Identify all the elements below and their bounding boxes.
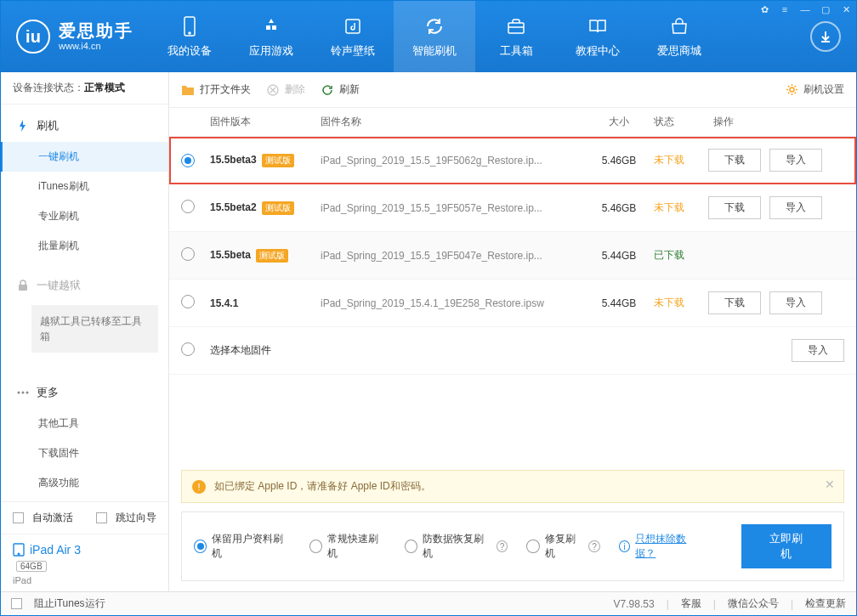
maximize-icon[interactable]: ▢ bbox=[815, 1, 836, 18]
radio-icon[interactable] bbox=[181, 342, 195, 356]
firmware-row[interactable]: 15.4.1iPad_Spring_2019_15.4.1_19E258_Res… bbox=[169, 280, 856, 327]
close-icon[interactable]: ✕ bbox=[836, 1, 856, 18]
svg-point-5 bbox=[18, 392, 20, 394]
more-icon bbox=[16, 386, 30, 399]
sidebar-head-label: 更多 bbox=[37, 385, 59, 400]
checkbox-icon[interactable] bbox=[11, 598, 22, 609]
import-button[interactable]: 导入 bbox=[769, 196, 822, 219]
opt-anti-loss[interactable]: 防数据恢复刷机? bbox=[405, 532, 508, 561]
settings-icon[interactable]: ✿ bbox=[754, 1, 775, 18]
table-header: 固件版本 固件名称 大小 状态 操作 bbox=[169, 108, 856, 137]
firmware-row[interactable]: 选择本地固件导入 bbox=[169, 327, 856, 375]
open-folder-button[interactable]: 打开文件夹 bbox=[181, 82, 251, 97]
firmware-row[interactable]: 15.5beta3测试版iPad_Spring_2019_15.5_19F506… bbox=[169, 137, 856, 184]
auto-activate-row[interactable]: 自动激活 跳过向导 bbox=[1, 502, 168, 534]
statusbar: 阻止iTunes运行 V7.98.53 | 客服 | 微信公众号 | 检查更新 bbox=[1, 591, 856, 615]
info-icon[interactable]: i bbox=[619, 540, 631, 552]
refresh-icon bbox=[321, 83, 334, 97]
button-label: 删除 bbox=[285, 82, 305, 97]
support-link[interactable]: 客服 bbox=[681, 596, 701, 611]
start-flash-button[interactable]: 立即刷机 bbox=[741, 524, 831, 568]
opt-repair[interactable]: 修复刷机? bbox=[526, 532, 600, 561]
svg-point-6 bbox=[22, 392, 25, 394]
radio-icon[interactable] bbox=[181, 247, 195, 261]
radio-icon[interactable] bbox=[405, 540, 417, 553]
radio-icon[interactable] bbox=[526, 540, 539, 553]
warning-text: 如已绑定 Apple ID，请准备好 Apple ID和密码。 bbox=[214, 479, 431, 494]
firmware-version: 15.5beta bbox=[210, 249, 251, 261]
tab-ringtones[interactable]: 铃声壁纸 bbox=[312, 1, 394, 72]
tab-label: 智能刷机 bbox=[412, 43, 457, 59]
radio-icon[interactable] bbox=[181, 295, 195, 308]
button-label: 刷新 bbox=[339, 82, 360, 97]
erase-data-link[interactable]: 只想抹除数据？ bbox=[635, 532, 704, 561]
sidebar-head-label: 一键越狱 bbox=[37, 278, 81, 293]
flash-icon bbox=[16, 119, 30, 133]
tab-store[interactable]: 爱思商城 bbox=[638, 1, 720, 72]
delete-button: 删除 bbox=[266, 82, 305, 97]
radio-icon[interactable] bbox=[194, 540, 207, 553]
svg-rect-3 bbox=[508, 23, 524, 33]
sidebar-item-pro-flash[interactable]: 专业刷机 bbox=[1, 201, 168, 231]
nav-tabs: 我的设备 应用游戏 铃声壁纸 智能刷机 工具箱 教程中心 爱思商城 bbox=[149, 1, 803, 72]
refresh-button[interactable]: 刷新 bbox=[321, 82, 360, 97]
sidebar-item-oneclick-flash[interactable]: 一键刷机 bbox=[1, 142, 168, 172]
help-icon[interactable]: ? bbox=[588, 540, 599, 552]
device-block[interactable]: iPad Air 3 64GB iPad bbox=[1, 534, 168, 594]
radio-icon[interactable] bbox=[181, 200, 195, 213]
radio-icon[interactable] bbox=[181, 154, 195, 167]
download-button[interactable]: 下载 bbox=[708, 196, 761, 219]
version-label: V7.98.53 bbox=[614, 598, 655, 610]
checkbox-icon[interactable] bbox=[96, 512, 107, 523]
sidebar: 设备连接状态：正常模式 刷机 一键刷机 iTunes刷机 专业刷机 批量刷机 一… bbox=[1, 72, 169, 591]
tab-my-device[interactable]: 我的设备 bbox=[149, 1, 230, 72]
status-value: 正常模式 bbox=[84, 82, 125, 93]
firmware-version: 15.5beta3 bbox=[210, 154, 257, 166]
sidebar-item-other-tools[interactable]: 其他工具 bbox=[1, 409, 168, 438]
menu-icon[interactable]: ≡ bbox=[775, 1, 795, 18]
sidebar-item-batch-flash[interactable]: 批量刷机 bbox=[1, 231, 168, 261]
beta-tag: 测试版 bbox=[262, 154, 294, 167]
firmware-row[interactable]: 15.5beta测试版iPad_Spring_2019_15.5_19F5047… bbox=[169, 232, 856, 280]
sidebar-footer: 自动激活 跳过向导 iPad Air 3 64GB iPad bbox=[1, 501, 168, 594]
wechat-link[interactable]: 微信公众号 bbox=[728, 596, 779, 611]
checkbox-icon[interactable] bbox=[13, 512, 24, 523]
close-warning-icon[interactable]: ✕ bbox=[825, 478, 835, 491]
minimize-icon[interactable]: — bbox=[795, 1, 815, 18]
firmware-size: 5.46GB bbox=[589, 202, 649, 214]
sidebar-head-more[interactable]: 更多 bbox=[1, 376, 168, 409]
tab-toolbox[interactable]: 工具箱 bbox=[475, 1, 557, 72]
import-button[interactable]: 导入 bbox=[792, 339, 844, 362]
import-button[interactable]: 导入 bbox=[769, 149, 822, 172]
book-icon bbox=[586, 14, 610, 38]
download-button[interactable]: 下载 bbox=[708, 291, 761, 314]
sidebar-item-advanced[interactable]: 高级功能 bbox=[1, 468, 168, 498]
firmware-status: 未下载 bbox=[649, 153, 708, 167]
info-icon-wrap: i只想抹除数据？ bbox=[619, 532, 704, 561]
tablet-icon bbox=[13, 543, 25, 557]
block-itunes-label[interactable]: 阻止iTunes运行 bbox=[34, 596, 105, 611]
sidebar-head-label: 刷机 bbox=[37, 118, 59, 133]
firmware-row[interactable]: 15.5beta2测试版iPad_Spring_2019_15.5_19F505… bbox=[169, 184, 856, 232]
radio-icon[interactable] bbox=[309, 540, 322, 553]
tab-label: 工具箱 bbox=[500, 43, 533, 59]
col-action: 操作 bbox=[708, 115, 844, 129]
opt-normal-fast[interactable]: 常规快速刷机 bbox=[309, 532, 386, 561]
opt-label: 常规快速刷机 bbox=[327, 532, 386, 561]
check-update-link[interactable]: 检查更新 bbox=[805, 596, 846, 611]
download-manager-icon[interactable] bbox=[810, 21, 841, 52]
sidebar-item-download-firmware[interactable]: 下载固件 bbox=[1, 438, 168, 468]
select-local-label: 选择本地固件 bbox=[210, 344, 271, 356]
col-size: 大小 bbox=[589, 115, 649, 129]
tab-tutorials[interactable]: 教程中心 bbox=[557, 1, 638, 72]
help-icon[interactable]: ? bbox=[497, 540, 508, 552]
sidebar-head-flash[interactable]: 刷机 bbox=[1, 110, 168, 142]
download-button[interactable]: 下载 bbox=[708, 149, 761, 172]
import-button[interactable]: 导入 bbox=[769, 291, 822, 314]
flash-settings-button[interactable]: 刷机设置 bbox=[785, 82, 844, 97]
sidebar-item-itunes-flash[interactable]: iTunes刷机 bbox=[1, 172, 168, 201]
opt-keep-user[interactable]: 保留用户资料刷机 bbox=[194, 532, 291, 561]
tab-apps[interactable]: 应用游戏 bbox=[230, 1, 312, 72]
tab-flash[interactable]: 智能刷机 bbox=[394, 1, 475, 72]
main: 打开文件夹 删除 刷新 刷机设置 固件版本 固件名称 大小 状态 操作 bbox=[169, 72, 856, 591]
